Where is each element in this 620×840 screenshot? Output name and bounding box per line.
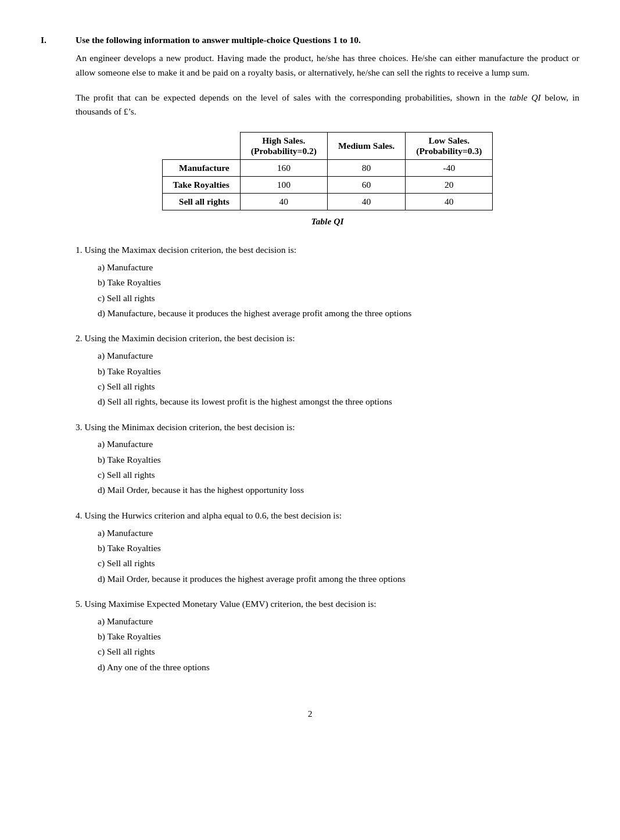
option-3a: a) Manufacture [98, 437, 579, 452]
section-label: I. [41, 35, 58, 685]
question-block-5: 5. Using Maximise Expected Monetary Valu… [76, 597, 579, 675]
question-number-2: 2. [76, 333, 83, 343]
question-text-3: 3. Using the Minimax decision criterion,… [76, 420, 579, 435]
cell-manufacture-low: -40 [406, 160, 493, 177]
option-2d: d) Sell all rights, because its lowest p… [98, 394, 579, 409]
profit-paragraph: The profit that can be expected depends … [76, 91, 579, 120]
question-text-4: 4. Using the Hurwics criterion and alpha… [76, 509, 579, 523]
cell-sell-high: 40 [240, 194, 327, 210]
row-label-royalties: Take Royalties [162, 177, 240, 194]
option-1b: b) Take Royalties [98, 275, 579, 290]
options-list-2: a) Manufacture b) Take Royalties c) Sell… [76, 348, 579, 409]
option-5a: a) Manufacture [98, 614, 579, 629]
question-number-4: 4. [76, 510, 83, 520]
option-2c: c) Sell all rights [98, 379, 579, 394]
table-row-manufacture: Manufacture 160 80 -40 [162, 160, 493, 177]
section-content: Use the following information to answer … [76, 35, 579, 685]
cell-manufacture-medium: 80 [327, 160, 405, 177]
question-number-1: 1. [76, 245, 83, 255]
option-4a: a) Manufacture [98, 526, 579, 541]
question-number-3: 3. [76, 422, 83, 432]
table-row-royalties: Take Royalties 100 60 20 [162, 177, 493, 194]
question-block-2: 2. Using the Maximin decision criterion,… [76, 331, 579, 409]
option-3d: d) Mail Order, because it has the highes… [98, 482, 579, 498]
table-container: High Sales. (Probability=0.2) Medium Sal… [76, 132, 579, 227]
option-3b: b) Take Royalties [98, 452, 579, 467]
options-list-1: a) Manufacture b) Take Royalties c) Sell… [76, 260, 579, 321]
profit-text-before: The profit that can be expected depends … [76, 92, 510, 102]
option-1c: c) Sell all rights [98, 291, 579, 306]
option-5d: d) Any one of the three options [98, 660, 579, 675]
cell-royalties-medium: 60 [327, 177, 405, 194]
question-number-5: 5. [76, 599, 83, 609]
table-caption: Table QI [311, 216, 344, 227]
questions-section: 1. Using the Maximax decision criterion,… [76, 243, 579, 675]
question-block-1: 1. Using the Maximax decision criterion,… [76, 243, 579, 321]
option-5c: c) Sell all rights [98, 644, 579, 659]
cell-royalties-high: 100 [240, 177, 327, 194]
question-block-4: 4. Using the Hurwics criterion and alpha… [76, 509, 579, 587]
options-list-3: a) Manufacture b) Take Royalties c) Sell… [76, 437, 579, 498]
question-text-5: 5. Using Maximise Expected Monetary Valu… [76, 597, 579, 612]
section-title: Use the following information to answer … [76, 35, 579, 45]
table-row-sell-rights: Sell all rights 40 40 40 [162, 194, 493, 210]
profit-italic-text: table QI [510, 92, 541, 102]
question-text-2: 2. Using the Maximin decision criterion,… [76, 331, 579, 346]
col-header-medium: Medium Sales. [327, 133, 405, 160]
option-4b: b) Take Royalties [98, 541, 579, 556]
col-header-low: Low Sales. (Probability=0.3) [406, 133, 493, 160]
cell-royalties-low: 20 [406, 177, 493, 194]
options-list-4: a) Manufacture b) Take Royalties c) Sell… [76, 526, 579, 587]
intro-paragraph: An engineer develops a new product. Havi… [76, 51, 579, 80]
question-block-3: 3. Using the Minimax decision criterion,… [76, 420, 579, 498]
option-4c: c) Sell all rights [98, 556, 579, 571]
table-empty-header [162, 133, 240, 160]
section-i: I. Use the following information to answ… [41, 35, 579, 685]
row-label-manufacture: Manufacture [162, 160, 240, 177]
col-header-high: High Sales. (Probability=0.2) [240, 133, 327, 160]
option-3c: c) Sell all rights [98, 467, 579, 482]
options-list-5: a) Manufacture b) Take Royalties c) Sell… [76, 614, 579, 675]
option-2a: a) Manufacture [98, 348, 579, 363]
cell-manufacture-high: 160 [240, 160, 327, 177]
option-5b: b) Take Royalties [98, 629, 579, 644]
option-2b: b) Take Royalties [98, 364, 579, 379]
option-4d: d) Mail Order, because it produces the h… [98, 571, 579, 587]
profit-table: High Sales. (Probability=0.2) Medium Sal… [162, 132, 493, 210]
option-1a: a) Manufacture [98, 260, 579, 275]
question-text-1: 1. Using the Maximax decision criterion,… [76, 243, 579, 258]
page-number: 2 [41, 709, 579, 719]
row-label-sell-rights: Sell all rights [162, 194, 240, 210]
cell-sell-low: 40 [406, 194, 493, 210]
option-1d: d) Manufacture, because it produces the … [98, 306, 579, 321]
cell-sell-medium: 40 [327, 194, 405, 210]
